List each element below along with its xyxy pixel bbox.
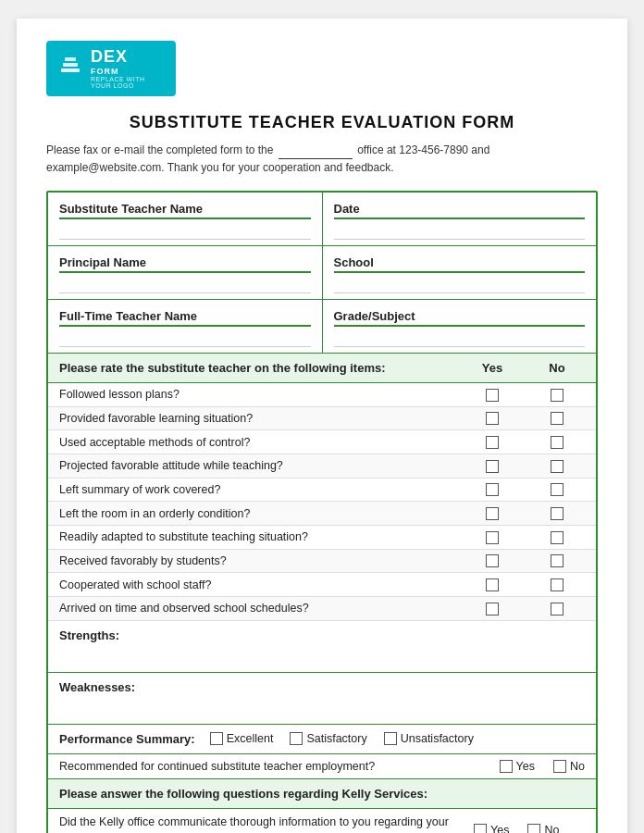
checkbox-no-5-box[interactable] (551, 483, 564, 496)
form-box: Substitute Teacher Name Date Principal N… (46, 191, 598, 833)
checkbox-no-4 (529, 459, 585, 473)
checkbox-recommended-yes[interactable] (500, 760, 513, 773)
checkbox-yes-10-box[interactable] (486, 603, 499, 615)
checkbox-no-1 (529, 388, 585, 402)
cell-principal-name: Principal Name (48, 246, 323, 299)
rating-items: Followed lesson plans? Provided favorabl… (48, 383, 596, 621)
recommended-question: Recommended for continued substitute tea… (59, 760, 500, 773)
perf-option-unsatisfactory: Unsatisfactory (384, 732, 474, 745)
checkbox-no-9-box[interactable] (551, 578, 564, 591)
checkbox-yes-2-box[interactable] (486, 412, 499, 425)
logo-replace: REPLACE WITH YOUR LOGO (91, 76, 165, 89)
perf-option-satisfactory: Satisfactory (290, 732, 366, 745)
rating-question-2: Provided favorable learning situation? (59, 412, 455, 425)
weaknesses-row: Weaknesses: (48, 673, 596, 725)
logo-main: DEX (91, 48, 165, 67)
rating-row-1: Followed lesson plans? (48, 383, 596, 407)
perf-satisfactory-label: Satisfactory (306, 732, 366, 745)
rating-row-2: Provided favorable learning situation? (48, 407, 596, 431)
rating-row-6: Left the room in an orderly condition? (48, 502, 596, 526)
performance-summary-row: Performance Summary: Excellent Satisfact… (48, 725, 596, 754)
cell-grade-subject: Grade/Subject (323, 300, 597, 353)
checkbox-unsatisfactory[interactable] (384, 732, 397, 745)
grade-subject-label: Grade/Subject (334, 309, 586, 327)
cell-substitute-name: Substitute Teacher Name (48, 193, 323, 245)
checkbox-yes-1 (455, 388, 529, 402)
kelly-row-1: Did the Kelly office communicate thoroug… (48, 809, 596, 833)
info-row-1: Substitute Teacher Name Date (48, 193, 596, 246)
checkbox-yes-8 (455, 554, 529, 568)
logo-sub: FORM (91, 67, 165, 76)
checkbox-kelly-1-no[interactable] (527, 824, 540, 833)
fulltime-teacher-input[interactable] (59, 333, 311, 347)
checkbox-yes-5-box[interactable] (486, 483, 499, 496)
checkbox-no-7 (529, 530, 585, 544)
checkbox-kelly-1-yes[interactable] (474, 824, 487, 833)
date-input[interactable] (334, 226, 586, 240)
perf-unsatisfactory-label: Unsatisfactory (401, 732, 474, 745)
recommended-no-label: No (570, 760, 585, 773)
substitute-name-input[interactable] (59, 226, 311, 240)
checkbox-yes-4 (455, 459, 529, 473)
fulltime-label: Full-Time Teacher Name (59, 309, 311, 327)
checkbox-no-6-box[interactable] (551, 507, 564, 520)
school-input[interactable] (334, 280, 586, 293)
date-label: Date (334, 202, 586, 219)
info-row-2: Principal Name School (48, 246, 596, 300)
logo-block: DEX FORM REPLACE WITH YOUR LOGO (46, 41, 176, 96)
rating-header-question: Please rate the substitute teacher on th… (59, 361, 455, 375)
checkbox-yes-3-box[interactable] (486, 436, 499, 449)
form-title: SUBSTITUTE TEACHER EVALUATION FORM (46, 113, 598, 132)
intro-text: Please fax or e-mail the completed form … (46, 142, 598, 176)
grade-subject-input[interactable] (334, 333, 586, 347)
rating-question-6: Left the room in an orderly condition? (59, 507, 455, 520)
checkbox-no-2-box[interactable] (551, 412, 564, 425)
checkbox-yes-8-box[interactable] (486, 554, 499, 567)
checkbox-yes-9-box[interactable] (486, 578, 499, 591)
checkbox-yes-6 (455, 506, 529, 520)
checkbox-recommended-no[interactable] (553, 760, 566, 773)
rating-question-1: Followed lesson plans? (59, 388, 455, 401)
svg-rect-0 (61, 68, 80, 72)
recommended-yes-option: Yes (500, 760, 535, 773)
checkbox-no-9 (529, 578, 585, 591)
svg-rect-1 (63, 63, 78, 67)
cell-school: School (323, 246, 597, 299)
checkbox-yes-6-box[interactable] (486, 507, 499, 520)
rating-question-5: Left summary of work covered? (59, 483, 455, 496)
checkbox-no-4-box[interactable] (551, 460, 564, 473)
rating-row-7: Readily adapted to substitute teaching s… (48, 526, 596, 550)
recommended-yes-label: Yes (516, 760, 535, 773)
intro-blank (279, 142, 353, 159)
strengths-row: Strengths: (48, 621, 596, 673)
recommended-options: Yes No (500, 760, 585, 773)
principal-name-input[interactable] (59, 280, 311, 293)
rating-question-3: Used acceptable methods of control? (59, 436, 455, 449)
perf-excellent-label: Excellent (227, 732, 274, 745)
checkbox-no-8-box[interactable] (551, 554, 564, 567)
checkbox-no-10-box[interactable] (551, 603, 564, 615)
checkbox-yes-1-box[interactable] (486, 389, 499, 402)
checkbox-no-3-box[interactable] (551, 436, 564, 449)
checkbox-yes-7-box[interactable] (486, 531, 499, 544)
checkbox-no-1-box[interactable] (551, 389, 564, 402)
rating-row-10: Arrived on time and observed school sche… (48, 597, 596, 621)
rating-header-no: No (529, 361, 585, 375)
checkbox-yes-3 (455, 435, 529, 449)
cell-fulltime-teacher: Full-Time Teacher Name (48, 300, 323, 353)
rating-row-4: Projected favorable attitude while teach… (48, 454, 596, 479)
rating-row-8: Received favorably by students? (48, 550, 596, 574)
kelly-1-no-label: No (544, 824, 559, 833)
checkbox-excellent[interactable] (210, 732, 223, 745)
checkbox-yes-7 (455, 530, 529, 544)
rating-header-yes: Yes (455, 361, 529, 375)
checkbox-satisfactory[interactable] (290, 732, 303, 745)
rating-question-9: Cooperated with school staff? (59, 578, 455, 591)
checkbox-no-7-box[interactable] (551, 531, 564, 544)
svg-rect-2 (65, 57, 76, 61)
substitute-label: Substitute Teacher Name (59, 202, 311, 219)
logo-text: DEX FORM REPLACE WITH YOUR LOGO (91, 48, 165, 89)
rating-question-8: Received favorably by students? (59, 554, 455, 567)
checkbox-yes-4-box[interactable] (486, 460, 499, 473)
intro-part1: Please fax or e-mail the completed form … (46, 143, 273, 156)
